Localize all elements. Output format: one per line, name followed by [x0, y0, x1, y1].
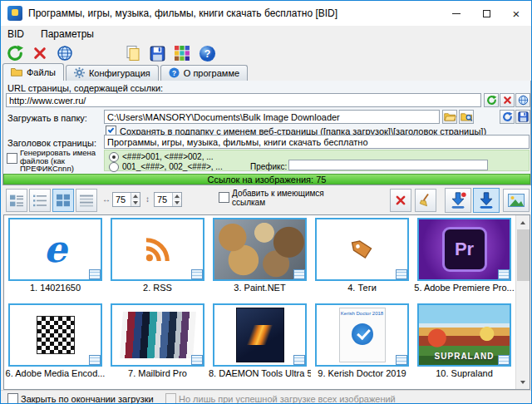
folder-save-button[interactable]	[515, 110, 530, 124]
thumbnail-item-4[interactable]: 4. Теги	[311, 215, 413, 301]
scroll-up-button[interactable]	[516, 215, 530, 229]
page-title-input[interactable]	[104, 135, 530, 149]
url-input[interactable]	[6, 93, 481, 107]
note-mini-icon	[293, 355, 305, 365]
note-mini-icon	[191, 269, 203, 279]
thumbnail-frame	[315, 218, 409, 281]
view-list-button[interactable]	[29, 189, 51, 212]
thumbnail-item-6[interactable]: 6. Adobe Media Encod...	[4, 301, 106, 387]
thumbnail-caption: 6. Adobe Media Encod...	[4, 368, 106, 379]
open-folder-icon	[444, 111, 456, 122]
folder-input[interactable]	[104, 110, 440, 124]
view-thumbs-button[interactable]	[6, 189, 27, 212]
go-button[interactable]	[3, 43, 26, 63]
thumbnail-item-10[interactable]: SUPRALAND 10. Supraland	[413, 301, 515, 387]
books-stack-image	[112, 305, 203, 365]
scroll-down-button[interactable]	[516, 375, 530, 389]
note-mini-icon	[89, 355, 101, 365]
vertical-scrollbar[interactable]	[515, 215, 530, 389]
stop-button[interactable]	[28, 43, 51, 63]
browse-folder-button[interactable]	[442, 110, 457, 124]
spin-down-button[interactable]	[131, 200, 140, 206]
url-browser-button[interactable]	[515, 93, 530, 107]
maximize-button[interactable]	[471, 1, 501, 26]
page-title-label: Заголовок страницы:	[7, 138, 96, 148]
note-mini-icon	[396, 269, 407, 279]
thumbnail-item-9[interactable]: Kerish Doctor 2018 9. Kerish Doctor 2019	[311, 301, 413, 387]
min-width-spinner[interactable]	[112, 192, 140, 207]
download-queue-button[interactable]	[445, 188, 471, 213]
open-url-button[interactable]	[53, 43, 76, 63]
thumbnail-frame	[111, 303, 204, 367]
rss-icon	[143, 234, 173, 264]
close-after-download-checkbox[interactable]	[7, 393, 18, 404]
minimize-button[interactable]	[441, 1, 471, 26]
min-height-input[interactable]	[155, 193, 173, 206]
view-details-button[interactable]	[76, 189, 97, 212]
tab-about[interactable]: ? О программе	[160, 65, 248, 81]
save-button[interactable]	[146, 43, 169, 63]
tab-files[interactable]: Файлы	[2, 63, 64, 81]
naming-radio-2[interactable]	[109, 162, 119, 172]
min-height-spinner[interactable]	[154, 192, 182, 207]
tab-config[interactable]: Конфигурация	[66, 65, 159, 81]
tag-image	[317, 219, 407, 279]
url-refresh-button[interactable]	[484, 93, 499, 107]
min-width-input[interactable]	[113, 193, 131, 206]
ie-logo-image: e	[10, 219, 101, 279]
clean-brush-icon	[418, 193, 433, 208]
go-icon	[6, 44, 24, 62]
add-links-checkbox[interactable]	[219, 192, 229, 203]
thumbnail-caption: 3. Paint.NET	[209, 283, 311, 293]
pixel-square-image	[10, 305, 101, 365]
view-large-button[interactable]	[52, 189, 74, 212]
clean-list-button[interactable]	[415, 189, 436, 212]
download-start-button[interactable]	[473, 188, 500, 213]
folder-search-button[interactable]	[459, 110, 474, 124]
thumbnail-item-5[interactable]: Pr 5. Adobe Premiere Pro...	[413, 215, 515, 301]
thumbnail-frame: Pr	[417, 218, 511, 281]
folder-label: Загружать в папку:	[7, 113, 87, 123]
thumbnail-caption: 10. Supraland	[413, 368, 515, 379]
note-mini-icon	[498, 355, 510, 365]
close-button[interactable]: ×	[501, 1, 531, 26]
preview-image-button[interactable]	[503, 189, 530, 212]
spin-up-button[interactable]	[131, 193, 140, 200]
thumbnail-grid: e 1. 14021650 2. RSS 3	[4, 215, 515, 387]
thumbnail-item-1[interactable]: e 1. 14021650	[4, 215, 106, 301]
menu-item-settings[interactable]: Параметры	[41, 28, 94, 40]
thumbnail-item-8[interactable]: 8. DAEMON Tools Ultra 5	[209, 301, 311, 387]
mosaic-icon	[175, 46, 190, 62]
thumbnail-frame: Kerish Doctor 2018	[315, 303, 409, 367]
thumbnail-item-7[interactable]: 7. Mailbird Pro	[106, 301, 209, 387]
globe-icon	[57, 45, 73, 62]
daemon-box-image	[214, 305, 305, 365]
copy-page-button[interactable]	[121, 43, 144, 63]
spin-up-button[interactable]	[173, 193, 181, 200]
mosaic-button[interactable]	[171, 43, 194, 63]
refresh-icon	[486, 95, 497, 106]
refresh-icon	[502, 111, 513, 122]
thumbnail-item-3[interactable]: 3. Paint.NET	[209, 215, 311, 301]
url-clear-button[interactable]	[500, 93, 515, 107]
prefix-input[interactable]	[288, 160, 488, 170]
help-button[interactable]: ?	[196, 43, 219, 63]
tab-bar: Файлы Конфигурация ? О программе	[2, 64, 531, 81]
folder-search-icon	[461, 111, 473, 122]
only-on-success-label: Но лишь при успешной загрузке всех изобр…	[179, 394, 396, 404]
generate-names-checkbox[interactable]	[7, 153, 17, 164]
folder-refresh-button[interactable]	[500, 110, 515, 124]
menu-item-bid[interactable]: BID	[7, 28, 24, 40]
preview-image-icon	[508, 194, 525, 207]
scrollbar-thumb[interactable]	[517, 229, 530, 281]
note-mini-icon	[498, 269, 510, 279]
naming-radio-1[interactable]	[109, 152, 119, 162]
stop-icon	[32, 46, 47, 61]
delete-links-button[interactable]	[390, 189, 411, 212]
info-icon: ?	[169, 67, 180, 78]
download-start-icon	[477, 191, 495, 209]
thumbnail-item-2[interactable]: 2. RSS	[106, 215, 209, 301]
thumbnail-caption: 5. Adobe Premiere Pro...	[413, 283, 515, 293]
supraland-art-image: SUPRALAND	[419, 305, 510, 365]
spin-down-button[interactable]	[173, 200, 181, 206]
